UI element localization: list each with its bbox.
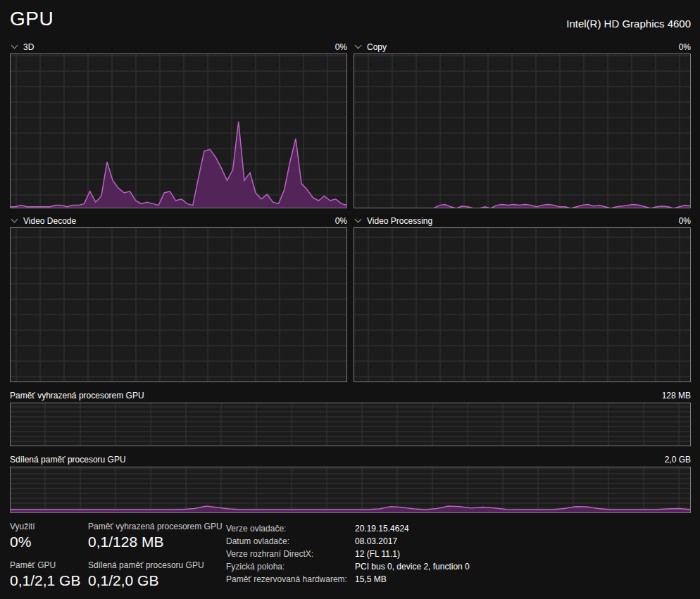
dedicated-memory-label: Paměť vyhrazená procesorem GPU — [10, 391, 144, 401]
usage-charts-grid: 3D 0% Copy 0% Video Decode 0% — [10, 40, 691, 382]
chart-label-video-decode: Video Decode — [23, 216, 76, 226]
chart-header-video-processing: Video Processing 0% — [354, 214, 691, 227]
detail-value: 12 (FL 11.1) — [355, 548, 400, 560]
driver-details: Verze ovladače: 20.19.15.4624 Datum ovla… — [226, 522, 691, 589]
page-title: GPU — [10, 8, 54, 30]
detail-row-driver-date: Datum ovladače: 08.03.2017 — [226, 535, 691, 548]
chart-header-3d: 3D 0% — [10, 40, 347, 53]
detail-value: 20.19.15.4624 — [355, 522, 409, 535]
dedicated-memory-block: Paměť vyhrazená procesorem GPU 128 MB — [10, 390, 691, 446]
stats-footer: Využití 0% Paměť GPU 0,1/2,1 GB Paměť vy… — [10, 522, 691, 589]
usage-graph-video-processing[interactable] — [354, 227, 691, 382]
detail-row-physical-location: Fyzická poloha: PCI bus 0, device 2, fun… — [226, 560, 691, 573]
chart-header-copy: Copy 0% — [354, 40, 691, 53]
panel-header: GPU Intel(R) HD Graphics 4600 — [10, 8, 691, 40]
detail-label: Paměť rezervovaná hardwarem: — [226, 573, 355, 586]
stat-label: Paměť vyhrazená procesorem GPU — [88, 522, 226, 531]
dedicated-memory-graph[interactable] — [10, 403, 691, 446]
detail-value: 15,5 MB — [355, 573, 387, 586]
detail-label: Datum ovladače: — [226, 535, 355, 548]
chart-block-copy: Copy 0% — [354, 40, 691, 208]
detail-value: 08.03.2017 — [355, 535, 397, 548]
shared-memory-header: Sdílená paměť procesoru GPU 2,0 GB — [10, 454, 691, 467]
stat-value: 0,1/2,1 GB — [10, 572, 88, 589]
usage-graph-video-decode[interactable] — [10, 227, 347, 382]
chart-percent-video-processing: 0% — [679, 216, 691, 226]
detail-row-driver-version: Verze ovladače: 20.19.15.4624 — [226, 522, 691, 535]
chart-label-video-processing: Video Processing — [367, 216, 432, 226]
detail-row-directx-version: Verze rozhraní DirectX: 12 (FL 11.1) — [226, 548, 691, 560]
stat-label: Využití — [10, 522, 88, 531]
chart-percent-video-decode: 0% — [335, 216, 347, 226]
stat-shared-memory: Sdílená paměť procesoru GPU 0,1/2,0 GB — [88, 560, 226, 589]
chart-label-copy: Copy — [367, 42, 387, 52]
shared-memory-block: Sdílená paměť procesoru GPU 2,0 GB — [10, 454, 691, 513]
detail-value: PCI bus 0, device 2, function 0 — [355, 560, 470, 573]
stat-value: 0,1/128 MB — [88, 534, 226, 550]
detail-label: Fyzická poloha: — [226, 560, 355, 573]
dedicated-memory-header: Paměť vyhrazená procesorem GPU 128 MB — [10, 390, 691, 403]
chart-block-video-decode: Video Decode 0% — [10, 214, 347, 382]
shared-memory-max: 2,0 GB — [665, 455, 691, 465]
detail-label: Verze rozhraní DirectX: — [226, 548, 355, 560]
dedicated-memory-max: 128 MB — [662, 391, 691, 401]
detail-label: Verze ovladače: — [226, 522, 355, 535]
chevron-down-icon[interactable] — [355, 216, 362, 223]
stat-gpu-memory: Paměť GPU 0,1/2,1 GB — [10, 560, 88, 589]
usage-graph-3d[interactable] — [10, 53, 347, 208]
chart-percent-3d: 0% — [335, 42, 347, 52]
stat-label: Sdílená paměť procesoru GPU — [88, 560, 226, 570]
chart-header-video-decode: Video Decode 0% — [10, 214, 347, 227]
stat-utilization: Využití 0% — [10, 522, 88, 550]
usage-graph-copy[interactable] — [354, 53, 691, 208]
chevron-down-icon[interactable] — [11, 216, 18, 223]
chart-percent-copy: 0% — [679, 42, 691, 52]
chart-block-video-processing: Video Processing 0% — [354, 214, 691, 382]
gpu-name: Intel(R) HD Graphics 4600 — [566, 18, 691, 30]
stat-value: 0% — [10, 534, 88, 550]
stats-column-2: Paměť vyhrazená procesorem GPU 0,1/128 M… — [88, 522, 226, 589]
stats-column-1: Využití 0% Paměť GPU 0,1/2,1 GB — [10, 522, 88, 589]
gpu-performance-panel: GPU Intel(R) HD Graphics 4600 3D 0% Copy… — [0, 0, 700, 599]
shared-memory-graph[interactable] — [10, 467, 691, 513]
chevron-down-icon[interactable] — [355, 42, 362, 49]
shared-memory-label: Sdílená paměť procesoru GPU — [10, 455, 126, 465]
stat-value: 0,1/2,0 GB — [88, 572, 226, 589]
stat-label: Paměť GPU — [10, 560, 88, 570]
chart-block-3d: 3D 0% — [10, 40, 347, 208]
chevron-down-icon[interactable] — [11, 42, 18, 49]
detail-row-hardware-reserved-memory: Paměť rezervovaná hardwarem: 15,5 MB — [226, 573, 691, 586]
chart-label-3d: 3D — [23, 42, 34, 52]
stat-dedicated-memory: Paměť vyhrazená procesorem GPU 0,1/128 M… — [88, 522, 226, 550]
